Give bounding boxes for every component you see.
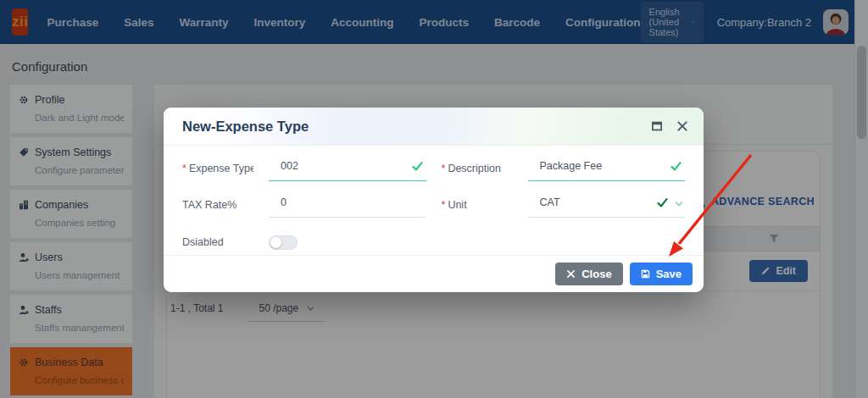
- valid-check-icon: [670, 161, 682, 172]
- description-input[interactable]: Package Fee: [528, 160, 686, 181]
- save-button-label: Save: [656, 268, 682, 280]
- close-button[interactable]: Close: [555, 263, 622, 285]
- modal-footer: Close Save: [164, 255, 704, 292]
- modal-header: New-Expense Type: [164, 108, 704, 146]
- tax-rate-value: 0: [281, 196, 287, 208]
- disabled-toggle[interactable]: [269, 235, 298, 250]
- valid-check-icon: [412, 161, 423, 172]
- disabled-label: Dsiabled: [182, 234, 253, 248]
- save-button[interactable]: Save: [630, 263, 693, 285]
- modal-form: Expense Type C... 002 Description Packag…: [164, 145, 704, 255]
- modal-header-actions: [651, 120, 688, 132]
- description-label: Description: [442, 160, 513, 174]
- modal-title: New-Expense Type: [182, 119, 309, 135]
- expense-type-code-label: Expense Type C...: [182, 160, 253, 174]
- description-value: Package Fee: [540, 160, 603, 172]
- unit-select[interactable]: CAT: [528, 196, 686, 218]
- valid-check-icon: [657, 197, 668, 208]
- unit-label: Unit: [442, 196, 513, 211]
- unit-value: CAT: [540, 196, 560, 208]
- expense-type-code-value: 002: [281, 160, 298, 172]
- tax-rate-input[interactable]: 0: [269, 196, 426, 218]
- close-icon[interactable]: [676, 120, 688, 132]
- maximize-icon[interactable]: [651, 120, 663, 132]
- tax-rate-label: TAX Rate%: [182, 196, 253, 211]
- x-icon: [566, 269, 576, 279]
- chevron-down-icon: [675, 200, 683, 208]
- close-button-label: Close: [581, 268, 611, 280]
- floppy-save-icon: [641, 269, 650, 279]
- new-expense-type-modal: New-Expense Type Expense Type C... 002 D…: [164, 108, 704, 292]
- expense-type-code-input[interactable]: 002: [269, 160, 426, 181]
